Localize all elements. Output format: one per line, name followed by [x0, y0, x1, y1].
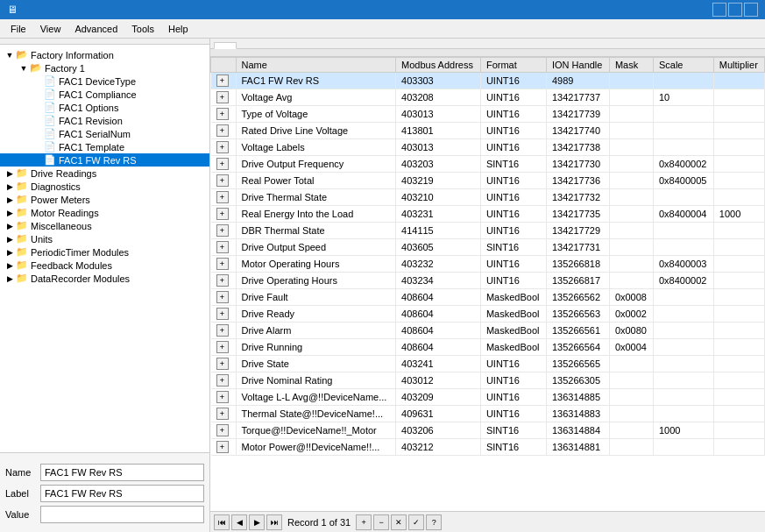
col-header-format[interactable]: Format — [480, 58, 546, 73]
table-row[interactable]: +Drive Alarm408604MaskedBool1352665610x0… — [211, 323, 765, 339]
field-input-name[interactable] — [40, 464, 204, 481]
tree-expand-icon[interactable]: ▼ — [18, 64, 30, 73]
tree-expand-icon[interactable]: ▶ — [4, 222, 16, 231]
tree-item[interactable]: 📄FAC1 SerialNum — [0, 127, 209, 140]
row-expand-btn[interactable]: + — [216, 308, 229, 320]
table-row[interactable]: +FAC1 FW Rev RS403303UINT164989 — [211, 73, 765, 89]
table-row[interactable]: +Drive Thermal State403210UINT1613421773… — [211, 189, 765, 206]
row-expand-btn[interactable]: + — [216, 441, 229, 453]
table-row[interactable]: +Drive Output Frequency403203SINT1613421… — [211, 156, 765, 173]
prev-record-button[interactable]: ◀ — [231, 514, 247, 530]
tree-item[interactable]: 📄FAC1 Compliance — [0, 88, 209, 101]
col-header-multiplier[interactable]: Multiplier — [713, 58, 764, 73]
menu-item-view[interactable]: View — [33, 22, 68, 36]
tree-item[interactable]: ▶📁Units — [0, 232, 209, 245]
tree-expand-icon[interactable]: ▶ — [4, 248, 16, 257]
first-record-button[interactable]: ⏮ — [214, 514, 230, 530]
table-row[interactable]: +Drive Output Speed403605SINT16134217731 — [211, 239, 765, 256]
tree-item[interactable]: ▶📁PeriodicTimer Modules — [0, 245, 209, 259]
table-row[interactable]: +Real Energy Into the Load403231UINT1613… — [211, 206, 765, 223]
tab-modbus-map[interactable] — [214, 42, 237, 49]
table-row[interactable]: +Drive Running408604MaskedBool1352665640… — [211, 339, 765, 356]
tree-item[interactable]: ▶📁DataRecorder Modules — [0, 272, 209, 285]
row-expand-btn[interactable]: + — [216, 241, 229, 253]
cancel-record-button[interactable]: ✕ — [391, 514, 407, 530]
table-row[interactable]: +Torque@!!DeviceName!!_Motor403206SINT16… — [211, 422, 765, 439]
row-expand-btn[interactable]: + — [216, 341, 229, 353]
table-row[interactable]: +Voltage Labels403013UINT16134217738 — [211, 139, 765, 156]
field-input-value[interactable] — [40, 506, 204, 523]
tree-item[interactable]: ▶📁Miscellaneous — [0, 219, 209, 232]
table-row[interactable]: +Type of Voltage403013UINT16134217739 — [211, 106, 765, 123]
row-expand-btn[interactable]: + — [216, 324, 229, 337]
table-row[interactable]: +Real Power Total403219UINT161342177360x… — [211, 173, 765, 189]
col-header-modbus-address[interactable]: Modbus Address — [396, 58, 481, 73]
col-header-ion-handle[interactable]: ION Handle — [546, 58, 609, 73]
tree-item[interactable]: 📄FAC1 DeviceType — [0, 74, 209, 88]
minimize-button[interactable] — [712, 3, 726, 17]
delete-record-button[interactable]: − — [373, 514, 389, 530]
tree-item[interactable]: ▶📁Power Meters — [0, 193, 209, 206]
tree-expand-icon[interactable]: ▶ — [4, 209, 16, 217]
table-row[interactable]: +Voltage Avg403208UINT1613421773710 — [211, 89, 765, 106]
tree-expand-icon[interactable]: ▶ — [4, 169, 16, 178]
table-row[interactable]: +Drive Fault408604MaskedBool1352665620x0… — [211, 289, 765, 306]
col-header-mask[interactable]: Mask — [609, 58, 653, 73]
row-expand-btn[interactable]: + — [216, 141, 229, 153]
row-expand-btn[interactable]: + — [216, 224, 229, 237]
add-record-button[interactable]: + — [356, 514, 372, 530]
tree-expand-icon[interactable]: ▶ — [4, 274, 16, 283]
save-record-button[interactable]: ✓ — [408, 514, 424, 530]
row-expand-btn[interactable]: + — [216, 74, 229, 87]
row-expand-btn[interactable]: + — [216, 358, 229, 370]
tree-expand-icon[interactable]: ▶ — [4, 182, 16, 191]
row-expand-btn[interactable]: + — [216, 258, 229, 270]
table-row[interactable]: +Motor Operating Hours403232UINT16135266… — [211, 256, 765, 273]
field-input-label[interactable] — [40, 485, 204, 502]
row-expand-btn[interactable]: + — [216, 424, 229, 436]
table-row[interactable]: +Rated Drive Line Voltage413801UINT16134… — [211, 123, 765, 139]
row-expand-btn[interactable]: + — [216, 391, 229, 403]
row-expand-btn[interactable]: + — [216, 174, 229, 187]
tree-item[interactable]: ▼📂Factory 1 — [0, 61, 209, 74]
row-expand-btn[interactable]: + — [216, 124, 229, 137]
table-row[interactable]: +Drive Ready408604MaskedBool1352665630x0… — [211, 306, 765, 323]
tree-item[interactable]: ▶📁Diagnostics — [0, 180, 209, 193]
help-button[interactable]: ? — [426, 514, 442, 530]
tree-item[interactable]: 📄FAC1 FW Rev RS — [0, 153, 209, 167]
maximize-button[interactable] — [728, 3, 742, 17]
row-expand-btn[interactable]: + — [216, 91, 229, 103]
tree-item[interactable]: 📄FAC1 Options — [0, 101, 209, 114]
row-expand-btn[interactable]: + — [216, 374, 229, 387]
row-expand-btn[interactable]: + — [216, 408, 229, 420]
tree-item[interactable]: 📄FAC1 Revision — [0, 114, 209, 127]
tree-item[interactable]: 📄FAC1 Template — [0, 140, 209, 153]
tree-item[interactable]: ▶📁Drive Readings — [0, 167, 209, 180]
row-expand-btn[interactable]: + — [216, 108, 229, 120]
col-header-scale[interactable]: Scale — [653, 58, 713, 73]
table-row[interactable]: +Drive State403241UINT16135266565 — [211, 356, 765, 372]
tree-expand-icon[interactable]: ▼ — [4, 51, 16, 60]
tree-item[interactable]: ▶📁Feedback Modules — [0, 259, 209, 272]
row-expand-btn[interactable]: + — [216, 158, 229, 170]
next-record-button[interactable]: ▶ — [249, 514, 265, 530]
tree-expand-icon[interactable]: ▶ — [4, 235, 16, 244]
tree-item[interactable]: ▶📁Motor Readings — [0, 206, 209, 219]
tree-expand-icon[interactable]: ▶ — [4, 195, 16, 204]
tree-item[interactable]: ▼📂Factory Information — [0, 48, 209, 61]
row-expand-btn[interactable]: + — [216, 291, 229, 303]
table-row[interactable]: +Voltage L-L Avg@!!DeviceName...403209UI… — [211, 389, 765, 406]
close-button[interactable] — [744, 3, 758, 17]
table-container[interactable]: NameModbus AddressFormatION HandleMaskSc… — [210, 57, 765, 511]
menu-item-advanced[interactable]: Advanced — [67, 22, 124, 36]
menu-item-tools[interactable]: Tools — [124, 22, 161, 36]
menu-item-file[interactable]: File — [4, 22, 33, 36]
table-row[interactable]: +Drive Operating Hours403234UINT16135266… — [211, 273, 765, 289]
row-expand-btn[interactable]: + — [216, 191, 229, 203]
menu-item-help[interactable]: Help — [161, 22, 195, 36]
row-expand-btn[interactable]: + — [216, 274, 229, 287]
col-header-name[interactable]: Name — [236, 58, 396, 73]
last-record-button[interactable]: ⏭ — [266, 514, 282, 530]
table-row[interactable]: +DBR Thermal State414115UINT16134217729 — [211, 223, 765, 239]
table-row[interactable]: +Drive Nominal Rating403012UINT161352663… — [211, 372, 765, 389]
